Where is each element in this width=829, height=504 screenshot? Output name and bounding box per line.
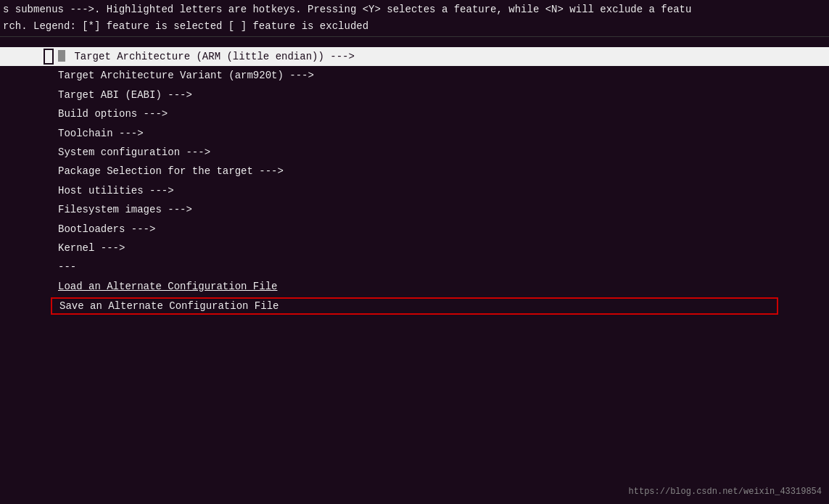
save-config-label: Save an Alternate Configuration File: [59, 300, 279, 312]
menu-item-label: Bootloaders --->: [58, 223, 155, 235]
menu-item-label: Target Architecture (ARM (little endian)…: [74, 51, 354, 62]
url-watermark: https://blog.csdn.net/weixin_43319854: [629, 487, 822, 497]
info-line-2: rch. Legend: [*] feature is selected [ ]…: [0, 18, 829, 35]
menu-item-label: Host utilities --->: [58, 185, 174, 197]
menu-item-save-config[interactable]: Save an Alternate Configuration File: [51, 297, 778, 315]
menu-area: Target Architecture (ARM (little endian)…: [0, 44, 829, 319]
menu-item-bootloaders[interactable]: Bootloaders --->: [0, 220, 829, 239]
menu-item-system-config[interactable]: System configuration --->: [0, 143, 829, 162]
menu-item-label: System configuration --->: [58, 146, 210, 158]
terminal: s submenus --->. Highlighted letters are…: [0, 0, 829, 504]
menu-item-target-arch-variant[interactable]: Target Architecture Variant (arm920t) --…: [0, 66, 829, 85]
menu-item-label: Kernel --->: [58, 242, 125, 254]
menu-item-toolchain[interactable]: Toolchain --->: [0, 124, 829, 143]
menu-item-label: Build options --->: [58, 108, 168, 120]
menu-item-label: Toolchain --->: [58, 128, 144, 139]
selected-indicator: [58, 50, 65, 62]
menu-item-label: Target Architecture Variant (arm920t) --…: [58, 70, 314, 81]
menu-item-load-config[interactable]: Load an Alternate Configuration File: [0, 277, 829, 296]
menu-separator: ---: [0, 257, 829, 276]
load-config-label: Load an Alternate Configuration File: [58, 281, 277, 292]
menu-item-target-arch[interactable]: Target Architecture (ARM (little endian)…: [0, 47, 829, 66]
menu-item-filesystem-images[interactable]: Filesystem images --->: [0, 200, 829, 219]
menu-item-label: Target ABI (EABI) --->: [58, 89, 192, 101]
info-line-1: s submenus --->. Highlighted letters are…: [0, 1, 829, 18]
menu-item-label: Package Selection for the target --->: [58, 165, 284, 177]
top-info-bar: s submenus --->. Highlighted letters are…: [0, 0, 829, 37]
menu-item-kernel[interactable]: Kernel --->: [0, 239, 829, 257]
menu-item-package-selection[interactable]: Package Selection for the target --->: [0, 162, 829, 181]
menu-item-target-abi[interactable]: Target ABI (EABI) --->: [0, 86, 829, 104]
menu-item-build-options[interactable]: Build options --->: [0, 104, 829, 123]
menu-item-label: Filesystem images --->: [58, 204, 192, 215]
menu-item-host-utilities[interactable]: Host utilities --->: [0, 181, 829, 200]
